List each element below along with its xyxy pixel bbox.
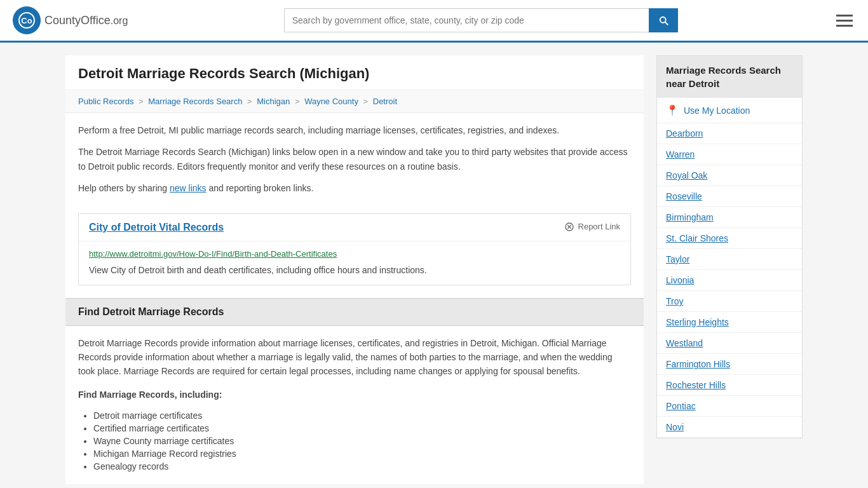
list-item: Michigan Marriage Record registries <box>93 449 631 459</box>
new-links-link[interactable]: new links <box>170 183 207 193</box>
sidebar-city-link[interactable]: Westland <box>657 333 802 354</box>
report-link-button[interactable]: Report Link <box>564 222 620 232</box>
location-pin-icon: 📍 <box>666 104 679 116</box>
hamburger-button[interactable] <box>834 12 855 29</box>
sidebar-city-link[interactable]: Sterling Heights <box>657 312 802 333</box>
breadcrumb-link[interactable]: Marriage Records Search <box>148 97 242 106</box>
sidebar-city-link[interactable]: Rochester Hills <box>657 375 802 396</box>
resource-card: City of Detroit Vital Records Report Lin… <box>78 214 631 285</box>
find-including-label: Find Marriage Records, including: <box>78 388 631 402</box>
list-item: Certified marriage certificates <box>93 423 631 433</box>
sidebar-city-link[interactable]: Royal Oak <box>657 165 802 186</box>
find-list: Detroit marriage certificatesCertified m… <box>78 410 631 471</box>
list-item: Wayne County marriage certificates <box>93 436 631 446</box>
hamburger-line <box>836 15 853 17</box>
breadcrumb-link[interactable]: Michigan <box>257 97 290 106</box>
resource-url[interactable]: http://www.detroitmi.gov/How-Do-I/Find/B… <box>89 249 620 259</box>
breadcrumb: Public Records > Marriage Records Search… <box>65 90 644 113</box>
intro-paragraph-2: The Detroit Marriage Records Search (Mic… <box>78 145 631 173</box>
list-item: Detroit marriage certificates <box>93 410 631 421</box>
resource-title-link[interactable]: City of Detroit Vital Records <box>89 222 224 233</box>
find-body-text: Detroit Marriage Records provide informa… <box>78 336 631 379</box>
sidebar-city-link[interactable]: Taylor <box>657 249 802 270</box>
sidebar-city-link[interactable]: Warren <box>657 144 802 165</box>
sidebar-city-link[interactable]: Troy <box>657 291 802 312</box>
resource-description: View City of Detroit birth and death cer… <box>89 264 620 277</box>
find-section-heading: Find Detroit Marriage Records <box>65 298 644 326</box>
sidebar-city-link[interactable]: Farmington Hills <box>657 354 802 375</box>
logo-text: CountyOffice.org <box>44 14 128 27</box>
breadcrumb-link[interactable]: Public Records <box>78 97 133 106</box>
hamburger-line <box>836 20 853 22</box>
sidebar-city-link[interactable]: Livonia <box>657 270 802 291</box>
logo-icon: Co <box>13 6 41 34</box>
sidebar-city-link[interactable]: Roseville <box>657 186 802 207</box>
resource-card-header: City of Detroit Vital Records Report Lin… <box>79 214 630 241</box>
sidebar-links: DearbornWarrenRoyal OakRosevilleBirmingh… <box>657 123 802 438</box>
search-button[interactable] <box>649 8 678 32</box>
use-my-location-link[interactable]: 📍 Use My Location <box>657 98 802 123</box>
search-bar <box>284 8 678 32</box>
sidebar-city-link[interactable]: Dearborn <box>657 123 802 144</box>
resource-card-body: http://www.detroitmi.gov/How-Do-I/Find/B… <box>79 241 630 285</box>
sidebar-city-link[interactable]: Birmingham <box>657 207 802 228</box>
page-title: Detroit Marriage Records Search (Michiga… <box>65 55 644 90</box>
use-my-location-label: Use My Location <box>684 105 750 116</box>
intro-section: Perform a free Detroit, MI public marria… <box>65 113 644 214</box>
hamburger-line <box>836 25 853 27</box>
sidebar: Marriage Records Search near Detroit 📍 U… <box>656 55 803 484</box>
breadcrumb-link[interactable]: Detroit <box>373 97 397 106</box>
sidebar-title: Marriage Records Search near Detroit <box>657 56 802 98</box>
sidebar-city-link[interactable]: Pontiac <box>657 396 802 417</box>
intro-paragraph-1: Perform a free Detroit, MI public marria… <box>78 123 631 137</box>
find-section: Find Detroit Marriage Records Detroit Ma… <box>65 298 644 485</box>
logo-area[interactable]: Co CountyOffice.org <box>13 6 128 34</box>
svg-text:Co: Co <box>21 16 32 25</box>
breadcrumb-link[interactable]: Wayne County <box>304 97 358 106</box>
list-item: Genealogy records <box>93 461 631 471</box>
intro-paragraph-3: Help others by sharing new links and rep… <box>78 181 631 195</box>
find-section-body: Detroit Marriage Records provide informa… <box>65 326 644 485</box>
search-input[interactable] <box>284 8 649 32</box>
sidebar-city-link[interactable]: St. Clair Shores <box>657 228 802 249</box>
sidebar-city-link[interactable]: Novi <box>657 417 802 438</box>
sidebar-card: Marriage Records Search near Detroit 📍 U… <box>656 55 803 438</box>
